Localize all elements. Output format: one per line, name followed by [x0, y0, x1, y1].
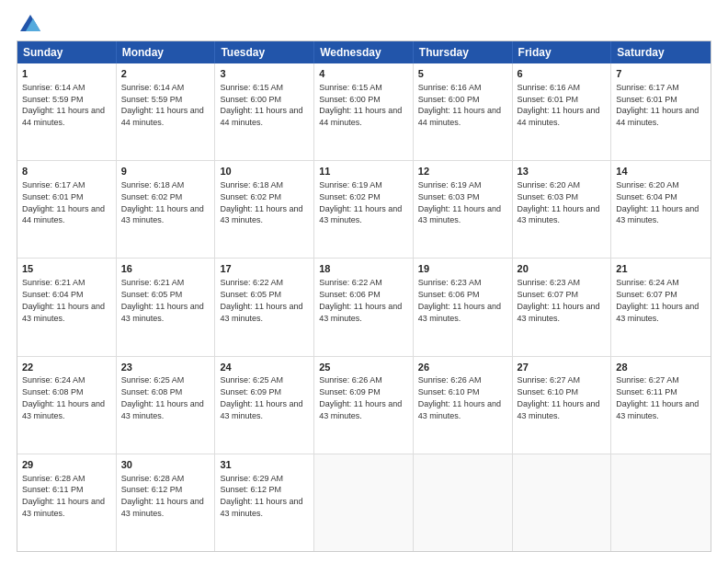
day-number: 2: [121, 67, 210, 81]
day-number: 7: [616, 67, 706, 81]
cell-info: Sunrise: 6:22 AMSunset: 6:06 PMDaylight:…: [319, 278, 402, 322]
day-number: 4: [319, 67, 408, 81]
day-number: 13: [518, 165, 607, 178]
cell-info: Sunrise: 6:18 AMSunset: 6:02 PMDaylight:…: [220, 180, 302, 224]
table-row: 1 Sunrise: 6:14 AMSunset: 5:59 PMDayligh…: [17, 63, 117, 160]
cell-info: Sunrise: 6:14 AMSunset: 5:59 PMDaylight:…: [22, 83, 105, 127]
week-row-3: 15 Sunrise: 6:21 AMSunset: 6:04 PMDaylig…: [17, 258, 711, 355]
table-row: 10 Sunrise: 6:18 AMSunset: 6:02 PMDaylig…: [215, 161, 314, 258]
day-number: 31: [220, 458, 309, 472]
table-row: 30 Sunrise: 6:28 AMSunset: 6:12 PMDaylig…: [117, 454, 216, 551]
day-number: 5: [418, 67, 507, 81]
table-row: 12 Sunrise: 6:19 AMSunset: 6:03 PMDaylig…: [414, 161, 513, 258]
day-number: 30: [121, 458, 210, 472]
table-row: 20 Sunrise: 6:23 AMSunset: 6:07 PMDaylig…: [513, 259, 612, 355]
day-number: 3: [220, 67, 309, 81]
table-row: 17 Sunrise: 6:22 AMSunset: 6:05 PMDaylig…: [215, 259, 314, 355]
page: Sunday Monday Tuesday Wednesday Thursday…: [0, 0, 728, 563]
header: [17, 15, 711, 31]
table-row: 27 Sunrise: 6:27 AMSunset: 6:10 PMDaylig…: [513, 357, 612, 454]
header-monday: Monday: [117, 41, 216, 63]
table-row: 18 Sunrise: 6:22 AMSunset: 6:06 PMDaylig…: [314, 259, 414, 355]
day-number: 20: [518, 262, 607, 276]
table-row: 9 Sunrise: 6:18 AMSunset: 6:02 PMDayligh…: [117, 161, 216, 258]
header-tuesday: Tuesday: [215, 41, 314, 63]
table-row: 4 Sunrise: 6:15 AMSunset: 6:00 PMDayligh…: [314, 63, 414, 160]
table-row: 25 Sunrise: 6:26 AMSunset: 6:09 PMDaylig…: [314, 357, 414, 454]
table-row: 26 Sunrise: 6:26 AMSunset: 6:10 PMDaylig…: [414, 357, 513, 454]
day-number: 26: [418, 361, 507, 374]
table-row: [314, 454, 414, 551]
cell-info: Sunrise: 6:18 AMSunset: 6:02 PMDaylight:…: [121, 180, 204, 224]
day-number: 24: [220, 361, 309, 374]
cell-info: Sunrise: 6:26 AMSunset: 6:09 PMDaylight:…: [319, 375, 402, 419]
day-number: 14: [616, 165, 706, 178]
day-number: 22: [22, 361, 111, 374]
cell-info: Sunrise: 6:24 AMSunset: 6:07 PMDaylight:…: [616, 278, 699, 322]
week-row-4: 22 Sunrise: 6:24 AMSunset: 6:08 PMDaylig…: [17, 356, 711, 454]
table-row: 11 Sunrise: 6:19 AMSunset: 6:02 PMDaylig…: [314, 161, 414, 258]
table-row: 29 Sunrise: 6:28 AMSunset: 6:11 PMDaylig…: [17, 454, 117, 551]
cell-info: Sunrise: 6:25 AMSunset: 6:09 PMDaylight:…: [220, 375, 302, 419]
table-row: 8 Sunrise: 6:17 AMSunset: 6:01 PMDayligh…: [17, 161, 117, 258]
day-number: 25: [319, 361, 408, 374]
week-row-1: 1 Sunrise: 6:14 AMSunset: 5:59 PMDayligh…: [17, 63, 711, 160]
day-number: 11: [319, 165, 408, 178]
cell-info: Sunrise: 6:27 AMSunset: 6:10 PMDaylight:…: [518, 375, 600, 419]
cell-info: Sunrise: 6:21 AMSunset: 6:05 PMDaylight:…: [121, 278, 204, 322]
cell-info: Sunrise: 6:15 AMSunset: 6:00 PMDaylight:…: [319, 83, 402, 127]
week-row-5: 29 Sunrise: 6:28 AMSunset: 6:11 PMDaylig…: [17, 454, 711, 551]
cell-info: Sunrise: 6:25 AMSunset: 6:08 PMDaylight:…: [121, 375, 204, 419]
table-row: 22 Sunrise: 6:24 AMSunset: 6:08 PMDaylig…: [17, 357, 117, 454]
cell-info: Sunrise: 6:27 AMSunset: 6:11 PMDaylight:…: [616, 375, 699, 419]
table-row: 15 Sunrise: 6:21 AMSunset: 6:04 PMDaylig…: [17, 259, 117, 355]
day-number: 21: [616, 262, 706, 276]
table-row: 2 Sunrise: 6:14 AMSunset: 5:59 PMDayligh…: [117, 63, 216, 160]
table-row: 28 Sunrise: 6:27 AMSunset: 6:11 PMDaylig…: [611, 357, 711, 454]
day-number: 17: [220, 262, 309, 276]
day-number: 12: [418, 165, 507, 178]
cell-info: Sunrise: 6:17 AMSunset: 6:01 PMDaylight:…: [22, 180, 105, 224]
cell-info: Sunrise: 6:15 AMSunset: 6:00 PMDaylight:…: [220, 83, 302, 127]
day-number: 8: [22, 165, 111, 178]
table-row: 7 Sunrise: 6:17 AMSunset: 6:01 PMDayligh…: [611, 63, 711, 160]
cell-info: Sunrise: 6:23 AMSunset: 6:07 PMDaylight:…: [518, 278, 600, 322]
cell-info: Sunrise: 6:20 AMSunset: 6:04 PMDaylight:…: [616, 180, 699, 224]
cell-info: Sunrise: 6:28 AMSunset: 6:12 PMDaylight:…: [121, 474, 204, 518]
day-number: 18: [319, 262, 408, 276]
cell-info: Sunrise: 6:19 AMSunset: 6:02 PMDaylight:…: [319, 180, 402, 224]
day-number: 19: [418, 262, 507, 276]
cell-info: Sunrise: 6:23 AMSunset: 6:06 PMDaylight:…: [418, 278, 501, 322]
day-number: 16: [121, 262, 210, 276]
cell-info: Sunrise: 6:20 AMSunset: 6:03 PMDaylight:…: [518, 180, 600, 224]
table-row: 23 Sunrise: 6:25 AMSunset: 6:08 PMDaylig…: [117, 357, 216, 454]
day-number: 1: [22, 67, 111, 81]
cell-info: Sunrise: 6:21 AMSunset: 6:04 PMDaylight:…: [22, 278, 105, 322]
week-row-2: 8 Sunrise: 6:17 AMSunset: 6:01 PMDayligh…: [17, 160, 711, 258]
day-number: 23: [121, 361, 210, 374]
day-number: 6: [518, 67, 607, 81]
table-row: 5 Sunrise: 6:16 AMSunset: 6:00 PMDayligh…: [414, 63, 513, 160]
day-number: 29: [22, 458, 111, 472]
cell-info: Sunrise: 6:16 AMSunset: 6:00 PMDaylight:…: [418, 83, 501, 127]
table-row: 19 Sunrise: 6:23 AMSunset: 6:06 PMDaylig…: [414, 259, 513, 355]
calendar-body: 1 Sunrise: 6:14 AMSunset: 5:59 PMDayligh…: [17, 63, 711, 551]
cell-info: Sunrise: 6:16 AMSunset: 6:01 PMDaylight:…: [518, 83, 600, 127]
table-row: 24 Sunrise: 6:25 AMSunset: 6:09 PMDaylig…: [215, 357, 314, 454]
calendar: Sunday Monday Tuesday Wednesday Thursday…: [17, 40, 711, 552]
day-number: 28: [616, 361, 706, 374]
day-number: 10: [220, 165, 309, 178]
table-row: [611, 454, 711, 551]
cell-info: Sunrise: 6:29 AMSunset: 6:12 PMDaylight:…: [220, 474, 302, 518]
header-thursday: Thursday: [414, 41, 513, 63]
table-row: 21 Sunrise: 6:24 AMSunset: 6:07 PMDaylig…: [611, 259, 711, 355]
day-number: 27: [518, 361, 607, 374]
table-row: 6 Sunrise: 6:16 AMSunset: 6:01 PMDayligh…: [513, 63, 612, 160]
header-sunday: Sunday: [17, 41, 117, 63]
cell-info: Sunrise: 6:24 AMSunset: 6:08 PMDaylight:…: [22, 375, 105, 419]
table-row: [513, 454, 612, 551]
cell-info: Sunrise: 6:26 AMSunset: 6:10 PMDaylight:…: [418, 375, 501, 419]
cell-info: Sunrise: 6:28 AMSunset: 6:11 PMDaylight:…: [22, 474, 105, 518]
header-friday: Friday: [513, 41, 612, 63]
table-row: 16 Sunrise: 6:21 AMSunset: 6:05 PMDaylig…: [117, 259, 216, 355]
